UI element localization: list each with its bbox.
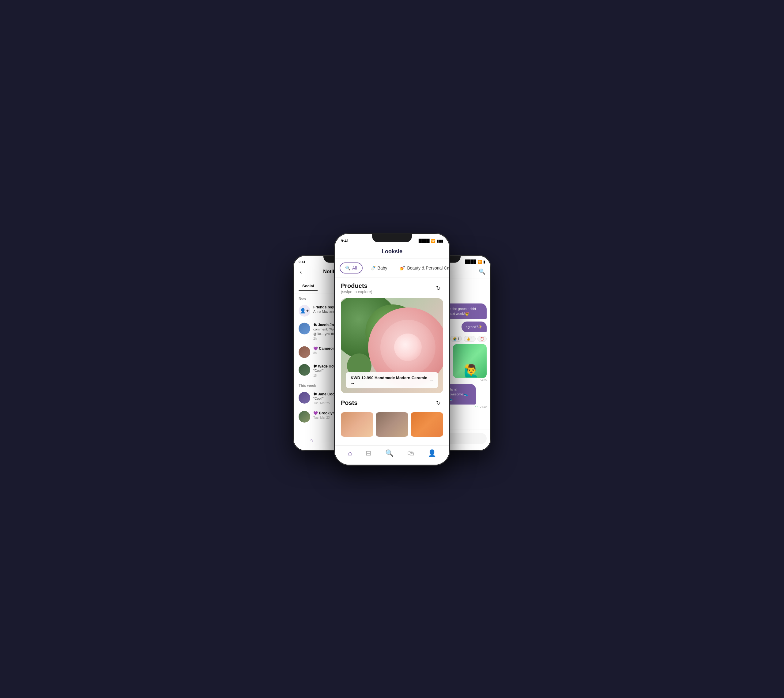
message-image-content: 🙋‍♂️ 04:05: [453, 344, 487, 382]
posts-title: Posts: [341, 399, 357, 407]
center-battery-icon: ▮▮▮: [437, 239, 443, 243]
social-tab[interactable]: Social: [298, 282, 318, 290]
message-5-text: Haha! Awesome 👟👟: [448, 387, 468, 401]
right-signal-icon: ▉▉▉▉: [465, 259, 476, 264]
left-status-time: 9:41: [298, 260, 305, 263]
looksie-header: Looksie: [335, 247, 449, 259]
product-card[interactable]: KWD 12.990 Handmade Modern Ceramic ... →: [341, 298, 443, 393]
product-label[interactable]: KWD 12.990 Handmade Modern Ceramic ... →: [346, 372, 438, 389]
jacob-avatar: [298, 323, 310, 334]
message-image-time: 04:05: [453, 379, 487, 382]
reaction-2[interactable]: 😭 1: [450, 336, 462, 342]
baby-label: Baby: [377, 265, 387, 270]
products-title-group: Products (swipe to explore): [341, 282, 372, 294]
products-refresh-button[interactable]: ↻: [433, 283, 443, 293]
chat-search-button[interactable]: 🔍: [479, 268, 486, 275]
looksie-title: Looksie: [382, 249, 402, 255]
beauty-label: Beauty & Personal Car: [407, 265, 449, 270]
message-3-bubble: agreed?✨: [461, 322, 487, 332]
product-arrow-icon: →: [429, 378, 433, 382]
message-3-text: agreed?✨: [466, 325, 483, 329]
center-status-time: 9:41: [341, 239, 349, 243]
filter-baby-tab[interactable]: 🍼 Baby: [366, 263, 392, 273]
products-title: Products: [341, 282, 372, 290]
friend-request-avatar: 👤+: [298, 305, 310, 316]
posts-refresh-button[interactable]: ↻: [433, 398, 443, 408]
products-header: Products (swipe to explore) ↻: [341, 282, 443, 294]
products-section: Products (swipe to explore) ↻: [335, 278, 449, 298]
pink-plate-middle: [380, 320, 435, 375]
filter-all-tab[interactable]: 🔍 All: [339, 262, 362, 273]
chat-image-container[interactable]: 🙋‍♂️: [453, 344, 487, 378]
reaction-4[interactable]: ⏰: [478, 336, 487, 342]
posts-section: Posts ↻: [335, 393, 449, 412]
posts-grid: [341, 412, 443, 437]
products-subtitle: (swipe to explore): [341, 290, 372, 294]
message-5-timestamp: 04:20: [479, 405, 487, 408]
baby-icon: 🍼: [371, 265, 376, 270]
right-wifi-icon: 🛜: [478, 259, 482, 264]
beauty-icon: 💅: [400, 265, 405, 270]
center-nav-store[interactable]: ⊟: [366, 449, 371, 457]
brooklyn-avatar: [298, 411, 310, 423]
center-signal-icon: ▉▉▉▉: [418, 239, 430, 243]
center-nav-bag[interactable]: 🛍: [407, 449, 414, 457]
posts-header: Posts ↻: [341, 398, 443, 408]
right-battery-icon: ▮: [483, 259, 486, 264]
reaction-3[interactable]: 👍 1: [464, 336, 476, 342]
center-phone-notch: [372, 234, 412, 242]
post-thumbnail-3[interactable]: [411, 412, 443, 437]
center-bottom-nav: ⌂ ⊟ 🔍 🛍 👤: [335, 445, 449, 464]
wade-avatar: [298, 364, 310, 376]
message-5-time: ✓✓ 04:20: [444, 405, 487, 408]
center-wifi-icon: 🛜: [431, 239, 435, 243]
message-5-content: Haha! Awesome 👟👟 ✓✓ 04:20: [444, 384, 487, 408]
center-nav-profile[interactable]: 👤: [428, 449, 436, 457]
center-nav-search[interactable]: 🔍: [385, 449, 394, 457]
center-phone-screen: 9:41 ▉▉▉▉ 🛜 ▮▮▮ Looksie 🔍 All: [335, 234, 449, 464]
filter-beauty-tab[interactable]: 💅 Beauty & Personal Car: [395, 263, 449, 273]
product-label-text: KWD 12.990 Handmade Modern Ceramic ...: [351, 375, 429, 385]
center-status-icons: ▉▉▉▉ 🛜 ▮▮▮: [418, 239, 443, 243]
all-label: All: [352, 265, 357, 270]
chat-image-bg: 🙋‍♂️: [453, 344, 487, 378]
cameron-avatar: [298, 346, 310, 358]
filter-tabs: 🔍 All 🍼 Baby 💅 Beauty & Personal Car: [335, 259, 449, 278]
scene: 9:41 ▉▉▉▉ 🛜 ▮ ‹ Notification Social: [254, 224, 530, 475]
right-status-icons: ▉▉▉▉ 🛜 ▮: [465, 259, 486, 264]
pink-plate-inner: [394, 334, 422, 361]
all-search-icon: 🔍: [345, 265, 350, 270]
jane-avatar: [298, 392, 310, 403]
back-button[interactable]: ‹: [300, 268, 302, 275]
add-friend-icon: 👤+: [300, 308, 309, 314]
left-nav-home[interactable]: ⌂: [310, 437, 313, 444]
message-check-icon: ✓✓: [474, 405, 479, 408]
center-nav-home[interactable]: ⌂: [348, 449, 352, 457]
person-image-icon: 🙋‍♂️: [464, 364, 479, 378]
post-thumbnail-1[interactable]: [341, 412, 373, 437]
center-phone: 9:41 ▉▉▉▉ 🛜 ▮▮▮ Looksie 🔍 All: [334, 233, 450, 466]
post-thumbnail-2[interactable]: [376, 412, 408, 437]
